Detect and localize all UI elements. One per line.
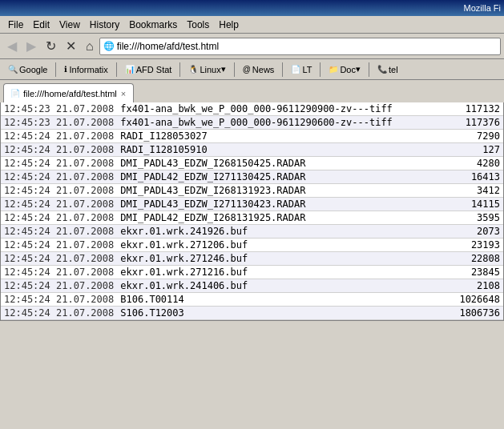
forward-button[interactable]: ▶ bbox=[22, 36, 40, 57]
cell-date: 12:45:24 21.07.2008 bbox=[1, 130, 117, 143]
cell-name: DMI_PADL42_EDZW_I268131925.RADAR bbox=[117, 211, 438, 225]
doc-icon: 📁 bbox=[329, 65, 338, 74]
cell-size: 127 bbox=[438, 143, 503, 157]
stop-button[interactable]: ✕ bbox=[62, 36, 80, 57]
cell-date: 12:45:23 21.07.2008 bbox=[1, 102, 117, 116]
table-row: 12:45:24 21.07.2008DMI_PADL43_EDZW_I2681… bbox=[1, 157, 503, 170]
address-icon: 🌐 bbox=[103, 41, 115, 51]
cell-size: 1806736 bbox=[438, 307, 503, 320]
bookmark-doc-label: Doc bbox=[340, 65, 356, 74]
bookmark-lt-label: LT bbox=[302, 65, 312, 74]
doc-arrow-icon: ▾ bbox=[356, 64, 361, 74]
tab-favicon: 📄 bbox=[10, 89, 20, 98]
menu-file[interactable]: File bbox=[3, 18, 28, 32]
cell-name: fx401-ana_bwk_we_P_000_000-9611290600-zv… bbox=[117, 116, 438, 130]
menu-bookmarks[interactable]: Bookmarks bbox=[124, 18, 182, 32]
cell-name: ekxr.01.wrk.271206.buf bbox=[117, 239, 438, 252]
cell-date: 12:45:24 21.07.2008 bbox=[1, 252, 117, 266]
cell-size: 14115 bbox=[438, 198, 503, 211]
bookmark-tel[interactable]: 📞 tel bbox=[373, 63, 403, 76]
bookmark-news-label: News bbox=[252, 65, 275, 74]
cell-name: ekxr.01.wrk.271216.buf bbox=[117, 266, 438, 279]
table-row: 12:45:24 21.07.2008ekxr.01.wrk.271206.bu… bbox=[1, 239, 503, 252]
home-button[interactable]: ⌂ bbox=[82, 36, 98, 57]
bookmarks-bar: 🔍 Google ℹ Informatix 📊 AFD Stat 🐧 Linux… bbox=[0, 59, 504, 80]
cell-date: 12:45:24 21.07.2008 bbox=[1, 293, 117, 307]
cell-size: 117132 bbox=[438, 102, 503, 116]
bookmark-afdstat[interactable]: 📊 AFD Stat bbox=[120, 63, 177, 76]
table-row: 12:45:24 21.07.2008RADI_I128105910127 bbox=[1, 143, 503, 157]
bookmark-divider-7 bbox=[369, 62, 369, 77]
cell-size: 2108 bbox=[438, 279, 503, 293]
bookmark-linux[interactable]: 🐧 Linux ▾ bbox=[183, 62, 230, 76]
bookmark-divider-1 bbox=[55, 62, 56, 77]
cell-size: 117376 bbox=[438, 116, 503, 130]
cell-name: DMI_PADL43_EDZW_I271130423.RADAR bbox=[117, 198, 438, 211]
bookmark-doc[interactable]: 📁 Doc ▾ bbox=[324, 62, 365, 76]
cell-size: 23193 bbox=[438, 239, 503, 252]
bookmark-divider-2 bbox=[116, 62, 117, 77]
table-row: 12:45:23 21.07.2008fx401-ana_bwk_we_P_00… bbox=[1, 116, 503, 130]
bookmark-afdstat-label: AFD Stat bbox=[136, 65, 172, 74]
cell-date: 12:45:24 21.07.2008 bbox=[1, 239, 117, 252]
cell-name: ekxr.01.wrk.271246.buf bbox=[117, 252, 438, 266]
bookmark-google[interactable]: 🔍 Google bbox=[3, 63, 52, 76]
cell-name: fx401-ana_bwk_we_P_000_000-9611290900-zv… bbox=[117, 102, 438, 116]
bookmark-google-label: Google bbox=[19, 65, 47, 74]
bookmark-divider-3 bbox=[179, 62, 180, 77]
cell-date: 12:45:24 21.07.2008 bbox=[1, 170, 117, 184]
cell-size: 16413 bbox=[438, 170, 503, 184]
cell-size: 2073 bbox=[438, 225, 503, 239]
cell-name: DMI_PADL43_EDZW_I268131923.RADAR bbox=[117, 184, 438, 198]
reload-button[interactable]: ↻ bbox=[42, 36, 60, 57]
menu-help[interactable]: Help bbox=[214, 18, 244, 32]
cell-date: 12:45:24 21.07.2008 bbox=[1, 157, 117, 170]
menu-history[interactable]: History bbox=[85, 18, 124, 32]
table-row: 12:45:24 21.07.2008DMI_PADL43_EDZW_I2681… bbox=[1, 184, 503, 198]
title-bar: Mozilla Fi bbox=[0, 0, 504, 16]
cell-size: 7290 bbox=[438, 130, 503, 143]
bookmark-news[interactable]: @ News bbox=[238, 63, 280, 76]
menu-view[interactable]: View bbox=[54, 18, 85, 32]
cell-size: 3412 bbox=[438, 184, 503, 198]
cell-date: 12:45:24 21.07.2008 bbox=[1, 184, 117, 198]
tab-bar: 📄 file:///home/afd/test.html × bbox=[0, 80, 504, 102]
cell-date: 12:45:24 21.07.2008 bbox=[1, 225, 117, 239]
table-row: 12:45:24 21.07.2008S106.T120031806736 bbox=[1, 307, 503, 320]
bookmark-divider-4 bbox=[234, 62, 235, 77]
table-row: 12:45:23 21.07.2008fx401-ana_bwk_we_P_00… bbox=[1, 102, 503, 116]
table-row: 12:45:24 21.07.2008ekxr.01.wrk.271216.bu… bbox=[1, 266, 503, 279]
cell-date: 12:45:24 21.07.2008 bbox=[1, 143, 117, 157]
tab-close-button[interactable]: × bbox=[120, 89, 127, 98]
cell-date: 12:45:24 21.07.2008 bbox=[1, 211, 117, 225]
cell-size: 22808 bbox=[438, 252, 503, 266]
menu-edit[interactable]: Edit bbox=[28, 18, 54, 32]
linux-icon: 🐧 bbox=[188, 65, 198, 74]
table-row: 12:45:24 21.07.2008DMI_PADL43_EDZW_I2711… bbox=[1, 198, 503, 211]
bookmark-tel-label: tel bbox=[389, 65, 398, 74]
table-row: 12:45:24 21.07.2008B106.T001141026648 bbox=[1, 293, 503, 307]
menu-bar: File Edit View History Bookmarks Tools H… bbox=[0, 16, 504, 34]
address-bar: 🌐 bbox=[99, 38, 501, 55]
cell-date: 12:45:23 21.07.2008 bbox=[1, 116, 117, 130]
nav-bar: ◀ ▶ ↻ ✕ ⌂ 🌐 bbox=[0, 34, 504, 59]
cell-name: DMI_PADL43_EDZW_I268150425.RADAR bbox=[117, 157, 438, 170]
data-table: 12:45:23 21.07.2008fx401-ana_bwk_we_P_00… bbox=[1, 102, 503, 320]
table-row: 12:45:24 21.07.2008DMI_PADL42_EDZW_I2711… bbox=[1, 170, 503, 184]
active-tab[interactable]: 📄 file:///home/afd/test.html × bbox=[3, 83, 134, 102]
afdstat-icon: 📊 bbox=[125, 65, 135, 74]
content-area: 12:45:23 21.07.2008fx401-ana_bwk_we_P_00… bbox=[0, 102, 504, 321]
bookmark-informatix-label: Informatix bbox=[69, 65, 107, 74]
cell-name: ekxr.01.wrk.241926.buf bbox=[117, 225, 438, 239]
bookmark-informatix[interactable]: ℹ Informatix bbox=[59, 63, 112, 76]
cell-date: 12:45:24 21.07.2008 bbox=[1, 198, 117, 211]
tel-icon: 📞 bbox=[377, 65, 387, 74]
menu-tools[interactable]: Tools bbox=[182, 18, 214, 32]
address-input[interactable] bbox=[117, 41, 497, 52]
cell-name: ekxr.01.wrk.241406.buf bbox=[117, 279, 438, 293]
cell-name: B106.T00114 bbox=[117, 293, 438, 307]
bookmark-lt[interactable]: 📄 LT bbox=[286, 63, 317, 76]
back-button[interactable]: ◀ bbox=[3, 36, 21, 57]
table-row: 12:45:24 21.07.2008DMI_PADL42_EDZW_I2681… bbox=[1, 211, 503, 225]
table-row: 12:45:24 21.07.2008RADI_I1280530277290 bbox=[1, 130, 503, 143]
